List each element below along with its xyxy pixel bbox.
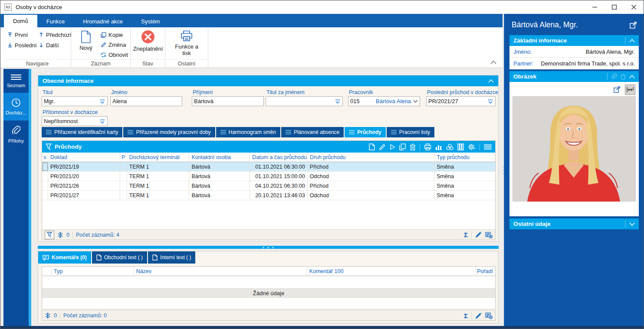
columns-icon[interactable] [457,143,464,150]
refresh-record-button[interactable]: Obnovit [99,49,130,60]
table-row[interactable]: PR/2021/19 TERM 1 Bártová 01.10.2021 06:… [42,162,495,172]
table-row[interactable]: PR/2021/20 TERM 1 Bártová 01.10.2021 15:… [42,172,495,181]
filter-icon[interactable] [46,143,52,150]
printer-icon [181,30,193,44]
tab-planovane-absence[interactable]: Plánované absence [281,127,344,137]
open-image-icon[interactable] [613,86,621,93]
settings-gear-icon[interactable] [468,143,476,150]
filter-button[interactable] [45,231,54,239]
ribbon-tab-domu[interactable]: Domů [4,15,37,27]
column-header-nazev[interactable]: Název [134,267,307,276]
invalidate-button[interactable]: Zneplatnění [131,29,164,52]
ribbon-collapse-chevron[interactable] [490,61,496,64]
ribbon-tab-funkce[interactable]: Funkce [37,16,74,27]
column-header-typ[interactable]: Typ průchodu [434,153,495,162]
new-record-label: Nový [79,45,92,52]
add-note-icon[interactable] [485,312,493,319]
basic-info-header[interactable]: Základní informace [509,35,639,46]
grid-title: Průchody [55,143,82,150]
grid-menu-icon[interactable] [484,144,492,150]
collapse-chevron-icon[interactable] [629,39,635,42]
tab-pruchody[interactable]: Průchody [345,127,385,137]
column-header-terminal[interactable]: Docházkový terminál [127,153,190,162]
dropdown-dots-icon[interactable] [487,99,493,104]
pritomnost-input[interactable]: Nepřítomnost [42,116,108,126]
freeze-rows-button[interactable] [57,232,63,238]
edit-mode-icon[interactable] [475,231,482,238]
field-label-posledni-pruchod: Poslední průchod v docházce [427,89,498,95]
posledni-pruchod-input[interactable]: PR/2021/27 [426,96,496,106]
preview-panel: Bártová Alena, Mgr. Základní informace J… [504,14,644,326]
first-button[interactable]: První [6,29,30,40]
table-row[interactable]: PR/2021/27 TERM 1 Bártová 20.10.2021 13:… [42,191,495,200]
sidebar-item-prilohy[interactable]: Přílohy [3,121,29,148]
edit-mode-icon[interactable] [475,313,482,319]
column-header-poradi[interactable]: Pořadí [476,267,495,276]
freeze-rows-button[interactable] [45,313,51,319]
tab-modely-pracovni-doby[interactable]: Přiřazené modely pracovní doby [123,127,215,137]
copy-record-button[interactable]: Kopie [99,29,125,40]
column-header-doklad[interactable]: Doklad [48,153,120,162]
titul-za-jmenem-input[interactable] [266,96,343,106]
actions-cluster-icon[interactable] [446,143,453,150]
column-header-druh[interactable]: Druh průchodu [308,153,434,162]
delete-row-icon[interactable] [410,143,416,150]
last-button[interactable]: Poslední [6,40,39,50]
sum-icon[interactable]: Σ [464,231,468,238]
horizontal-splitter[interactable] [38,246,499,249]
sum-icon[interactable]: Σ [464,312,468,319]
pracovnik-input[interactable]: 015 Bártová Alena [348,96,420,106]
list-icon [349,130,355,134]
dropdown-dots-icon[interactable] [99,119,105,124]
dropdown-dots-icon[interactable] [99,99,105,104]
previous-button[interactable]: Předchozí [37,29,73,40]
tab-pracovni-listy[interactable]: Pracovní listy [387,127,434,137]
general-info-header[interactable]: Obecné informace [38,75,498,86]
column-header-kontaktni-osoba[interactable]: Kontaktní osoba [189,153,250,162]
ribbon-tab-hromadne-akce[interactable]: Hromadné akce [74,16,132,27]
maximize-button[interactable] [605,0,624,14]
jmeno-input[interactable]: Alena [110,96,182,106]
ribbon-tab-system[interactable]: Systém [132,16,169,27]
image-section-header[interactable]: Obrázek [509,71,639,82]
tab-komentare[interactable]: Komentáře (0) [38,251,91,264]
titul-input[interactable]: Mgr. [42,96,108,106]
tab-obchodni-text[interactable]: Obchodní text ( ) [92,251,147,264]
fit-width-button[interactable] [625,85,635,95]
next-button[interactable]: Další [37,40,61,50]
add-note-icon[interactable] [485,231,493,238]
run-icon[interactable] [390,144,395,150]
open-record-icon[interactable] [629,21,637,29]
functions-print-button[interactable]: Funkce a tisk [171,30,202,56]
attach-image-icon[interactable] [611,73,617,80]
close-button[interactable] [624,0,644,14]
edit-row-icon[interactable] [379,143,386,150]
expand-chevron-icon[interactable] [629,222,635,226]
table-row[interactable]: PR/2021/26 TERM 1 Bártová 04.10.2021 06:… [42,181,495,191]
sidebar-item-seznam[interactable]: Seznam [3,69,29,93]
dropdown-dots-icon[interactable] [335,99,341,104]
tab-harmonogram-smen[interactable]: Harmonogram směn [216,127,280,137]
change-record-button[interactable]: Změna [99,39,128,50]
minimize-button[interactable] [585,0,605,14]
prijmeni-input[interactable]: Bártová [192,96,264,106]
delete-image-icon[interactable] [621,74,626,80]
chevron-down-icon[interactable] [413,100,418,103]
other-data-header[interactable]: Ostatní údaje [509,218,639,229]
column-header-s[interactable]: s [42,153,48,162]
column-header-p[interactable]: P [120,153,127,162]
tab-interni-text[interactable]: Interní text ( ) [148,251,195,264]
column-header-typ[interactable]: Typ [52,267,134,276]
sidebar-item-dochazka[interactable]: Docház... [3,93,29,121]
tab-identifikacni-karty[interactable]: Přiřazené identifikační karty [42,127,122,137]
collapse-chevron-icon[interactable] [629,75,635,78]
new-row-icon[interactable] [369,143,375,150]
column-header-datum[interactable]: Datum a čas průchodu [250,153,308,162]
copy-row-icon[interactable] [399,143,406,150]
refresh-label: Obnovit [108,52,128,58]
new-record-button[interactable]: Nový [75,29,97,52]
print-grid-icon[interactable] [424,143,431,150]
chart-icon[interactable] [435,143,442,150]
column-header-komentar[interactable]: Komentář 100 [307,267,476,276]
collapse-section-chevron[interactable] [488,79,494,83]
